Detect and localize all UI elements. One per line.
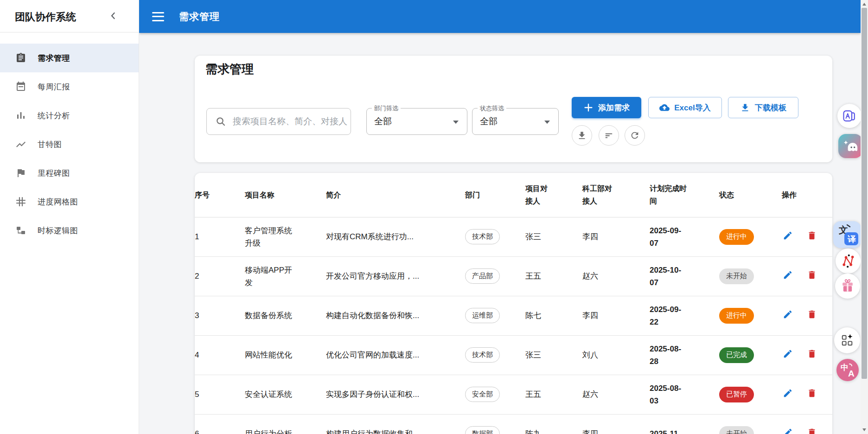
extension-translate-zhong-a-icon[interactable]: 中A (836, 359, 859, 381)
table-row: 2移动端APP开发开发公司官方移动应用，...产品部王五赵六2025-10-07… (195, 256, 832, 296)
row-no: 1 (195, 230, 245, 243)
liaison-name: 李四 (582, 428, 617, 434)
sidebar-collapse-button[interactable] (106, 9, 120, 23)
chevron-left-icon (108, 10, 119, 21)
hamburger-menu-icon[interactable] (152, 12, 164, 21)
flag-icon (15, 167, 26, 179)
delete-button[interactable] (806, 309, 818, 321)
project-desc: 对现有CRM系统进行功... (326, 230, 458, 243)
extension-translate-wenyi-icon[interactable]: 文译 (833, 221, 861, 248)
project-owner: 王五 (525, 388, 553, 401)
project-desc: 实现多因子身份认证和权... (326, 388, 458, 401)
row-no: 3 (195, 309, 245, 322)
zhong-glyph: 中 (841, 363, 849, 372)
sort-button[interactable] (599, 125, 619, 146)
department-filter-value: 全部 (374, 115, 392, 128)
pencil-icon (783, 428, 793, 434)
extension-graph-network-icon[interactable] (836, 249, 861, 274)
table-row: 1客户管理系统升级对现有CRM系统进行功...技术部张三李四2025-09-07… (195, 217, 832, 256)
add-requirement-button[interactable]: 添加需求 (572, 97, 641, 118)
calendar-icon (15, 81, 26, 92)
sidebar-item-milestone[interactable]: 里程碑图 (0, 159, 139, 187)
project-name: 数据备份系统 (245, 309, 300, 322)
trash-icon (807, 309, 817, 319)
header-status: 状态 (719, 189, 782, 201)
liaison-name: 刘八 (582, 349, 617, 361)
due-date: 2025-09-07 (650, 224, 687, 249)
project-name: 用户行为分析 (245, 428, 300, 434)
hierarchy-icon (15, 225, 26, 236)
project-owner: 张三 (525, 349, 553, 361)
delete-button[interactable] (806, 388, 818, 400)
trash-icon (807, 349, 817, 359)
project-desc: 构建自动化数据备份和恢... (326, 309, 458, 322)
extension-components-sparkle-icon[interactable] (834, 327, 860, 353)
export-download-button[interactable] (572, 125, 592, 146)
project-owner: 陈九 (525, 428, 553, 434)
scrollbar-down-arrow[interactable] (862, 428, 866, 431)
sidebar-item-gantt[interactable]: 甘特图 (0, 130, 139, 159)
edit-button[interactable] (782, 270, 794, 282)
scrollbar-up-arrow[interactable] (862, 3, 866, 6)
delete-button[interactable] (806, 428, 818, 434)
sidebar-item-label: 统计分析 (38, 110, 70, 121)
sidebar-item-time-logic[interactable]: 时标逻辑图 (0, 216, 139, 245)
delete-button[interactable] (806, 270, 818, 282)
search-input[interactable] (233, 116, 348, 127)
edit-button[interactable] (782, 428, 794, 434)
project-name: 网站性能优化 (245, 349, 300, 361)
row-no: 6 (195, 428, 245, 434)
topbar-title: 需求管理 (179, 10, 220, 23)
table-row: 6用户行为分析构建用户行为数据收集和...数据部陈九李四2025-11-未开始 (195, 414, 832, 434)
scrollbar-thumb[interactable] (862, 8, 867, 379)
table-row: 4网站性能优化优化公司官网的加载速度...技术部张三刘八2025-08-28已完… (195, 335, 832, 375)
download-template-button[interactable]: 下载模板 (728, 97, 798, 118)
clipboard-icon (15, 52, 26, 64)
edit-button[interactable] (782, 388, 794, 400)
delete-button[interactable] (806, 230, 818, 243)
edit-button[interactable] (782, 349, 794, 361)
status-filter-label: 状态筛选 (478, 104, 506, 113)
pencil-icon (783, 349, 793, 359)
app-window: 团队协作系统 需求管理 每周汇报 统计分析 (0, 0, 868, 434)
liaison-name: 李四 (582, 309, 617, 322)
delete-button[interactable] (806, 349, 818, 361)
sidebar-item-requirements[interactable]: 需求管理 (0, 44, 139, 72)
edit-button[interactable] (782, 309, 794, 321)
header-name: 项目名称 (245, 189, 300, 201)
sidebar-item-weekly-report[interactable]: 每周汇报 (0, 72, 139, 101)
due-date: 2025-11- (650, 428, 687, 434)
search-field (206, 108, 351, 135)
status-badge: 进行中 (719, 308, 754, 324)
topbar: 需求管理 (139, 0, 861, 33)
project-name: 安全认证系统 (245, 388, 300, 401)
extension-translate-book-icon[interactable] (837, 104, 862, 128)
extension-ai-ghost-icon[interactable] (838, 134, 862, 158)
table-row: 3数据备份系统构建自动化数据备份和恢...运维部陈七李四2025-09-22进行… (195, 296, 832, 335)
dropdown-arrow-icon (453, 121, 459, 124)
excel-import-button[interactable]: Excel导入 (648, 97, 722, 118)
trash-icon (807, 428, 817, 434)
trash-icon (807, 388, 817, 398)
header-due: 计划完成时间 (650, 182, 687, 207)
project-owner: 王五 (525, 270, 553, 282)
project-name: 客户管理系统升级 (245, 224, 300, 249)
sidebar-item-label: 甘特图 (38, 139, 62, 150)
sidebar-item-label: 进度网格图 (38, 197, 78, 207)
status-filter-value: 全部 (480, 115, 498, 128)
edit-button[interactable] (782, 230, 794, 243)
table-row: 5安全认证系统实现多因子身份认证和权...安全部王五赵六2025-08-03已暂… (195, 375, 832, 414)
sidebar-item-label: 需求管理 (38, 53, 70, 64)
department-filter-select[interactable]: 部门筛选 全部 (366, 108, 467, 135)
download-template-label: 下载模板 (755, 102, 786, 113)
status-filter-select[interactable]: 状态筛选 全部 (472, 108, 559, 135)
refresh-button[interactable] (625, 125, 645, 146)
sidebar-item-progress-grid[interactable]: 进度网格图 (0, 187, 139, 216)
status-badge: 已完成 (719, 347, 754, 363)
vertical-scrollbar[interactable] (861, 0, 868, 434)
filter-card: 需求管理 部门筛选 全部 状态筛选 全部 添加需求 (195, 56, 832, 162)
project-name: 移动端APP开发 (245, 264, 300, 289)
extension-gift-icon[interactable] (835, 274, 860, 299)
header-actions: 操作 (782, 189, 832, 201)
sidebar-item-statistics[interactable]: 统计分析 (0, 101, 139, 130)
